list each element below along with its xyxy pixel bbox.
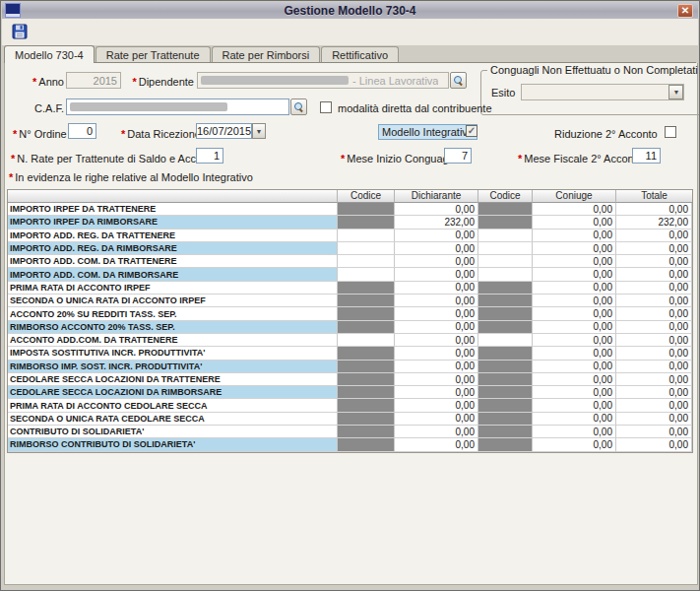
coniuge-value[interactable]: 0,00	[533, 307, 616, 320]
dichiarante-value[interactable]: 0,00	[395, 413, 478, 426]
codice-coniuge-cell[interactable]	[478, 347, 533, 360]
totale-value[interactable]: 0,00	[616, 413, 692, 426]
totale-value[interactable]: 0,00	[616, 399, 692, 412]
coniuge-value[interactable]: 0,00	[533, 295, 616, 307]
codice-coniuge-cell[interactable]	[478, 203, 533, 216]
dichiarante-value[interactable]: 0,00	[395, 242, 478, 255]
caf-search-button[interactable]	[290, 98, 307, 115]
totale-value[interactable]: 0,00	[616, 242, 692, 255]
dichiarante-value[interactable]: 0,00	[395, 399, 478, 412]
coniuge-value[interactable]: 0,00	[533, 347, 616, 360]
dichiarante-value[interactable]: 0,00	[395, 295, 478, 307]
codice-dichiarante-cell[interactable]	[338, 399, 395, 412]
coniuge-value[interactable]: 0,00	[533, 282, 616, 295]
totale-value[interactable]: 0,00	[616, 268, 692, 281]
coniuge-value[interactable]: 0,00	[533, 255, 616, 268]
codice-dichiarante-cell[interactable]	[338, 438, 395, 451]
coniuge-value[interactable]: 0,00	[533, 438, 616, 451]
dichiarante-value[interactable]: 0,00	[395, 321, 478, 334]
codice-dichiarante-cell[interactable]	[338, 386, 395, 399]
close-icon[interactable]: ✕	[677, 4, 693, 18]
codice-coniuge-cell[interactable]	[478, 255, 533, 268]
modello-integrativo-checkbox[interactable]: ✓	[466, 125, 477, 137]
codice-dichiarante-cell[interactable]	[338, 347, 395, 360]
codice-coniuge-cell[interactable]	[478, 361, 533, 373]
dichiarante-value[interactable]: 0,00	[395, 230, 478, 242]
coniuge-value[interactable]: 0,00	[533, 321, 616, 334]
coniuge-value[interactable]: 0,00	[533, 361, 616, 373]
coniuge-value[interactable]: 0,00	[533, 216, 616, 229]
coniuge-value[interactable]: 0,00	[533, 242, 616, 255]
codice-dichiarante-cell[interactable]	[338, 216, 395, 229]
dichiarante-value[interactable]: 0,00	[395, 203, 478, 216]
dichiarante-value[interactable]: 232,00	[395, 216, 478, 229]
dichiarante-value[interactable]: 0,00	[395, 361, 478, 373]
totale-value[interactable]: 0,00	[616, 203, 692, 216]
chevron-down-icon[interactable]: ▼	[668, 85, 683, 99]
codice-coniuge-cell[interactable]	[478, 307, 533, 320]
coniuge-value[interactable]: 0,00	[533, 413, 616, 426]
codice-dichiarante-cell[interactable]	[338, 268, 395, 281]
dipendente-field[interactable]: - Linea Lavorativa	[197, 72, 449, 89]
dichiarante-value[interactable]: 0,00	[395, 386, 478, 399]
caf-field[interactable]	[66, 98, 289, 115]
dichiarante-value[interactable]: 0,00	[395, 347, 478, 360]
totale-value[interactable]: 0,00	[616, 282, 692, 295]
coniuge-value[interactable]: 0,00	[533, 230, 616, 242]
totale-value[interactable]: 0,00	[616, 295, 692, 307]
totale-value[interactable]: 0,00	[616, 347, 692, 360]
codice-dichiarante-cell[interactable]	[338, 282, 395, 295]
totale-value[interactable]: 0,00	[616, 426, 692, 438]
date-picker-chevron-icon[interactable]: ▼	[252, 123, 266, 139]
codice-dichiarante-cell[interactable]	[338, 413, 395, 426]
tab-rate-per-rimborsi[interactable]: Rate per Rimborsi	[212, 46, 321, 62]
codice-coniuge-cell[interactable]	[478, 321, 533, 334]
data-ricezione-field[interactable]: 16/07/2015	[196, 123, 252, 139]
totale-value[interactable]: 0,00	[616, 334, 692, 347]
dichiarante-value[interactable]: 0,00	[395, 307, 478, 320]
dipendente-search-button[interactable]	[450, 72, 467, 89]
totale-value[interactable]: 0,00	[616, 255, 692, 268]
codice-dichiarante-cell[interactable]	[338, 373, 395, 386]
dichiarante-value[interactable]: 0,00	[395, 426, 478, 438]
codice-coniuge-cell[interactable]	[478, 282, 533, 295]
riduzione-acconto-checkbox[interactable]	[665, 126, 676, 138]
esito-dropdown[interactable]: ▼	[521, 84, 684, 100]
totale-value[interactable]: 0,00	[616, 438, 692, 451]
codice-coniuge-cell[interactable]	[478, 399, 533, 412]
totale-value[interactable]: 0,00	[616, 386, 692, 399]
codice-coniuge-cell[interactable]	[478, 426, 533, 438]
dichiarante-value[interactable]: 0,00	[395, 282, 478, 295]
totale-value[interactable]: 0,00	[616, 361, 692, 373]
totale-value[interactable]: 0,00	[616, 307, 692, 320]
codice-dichiarante-cell[interactable]	[338, 321, 395, 334]
mese-inizio-field[interactable]: 7	[444, 148, 472, 164]
codice-dichiarante-cell[interactable]	[338, 426, 395, 438]
coniuge-value[interactable]: 0,00	[533, 334, 616, 347]
codice-coniuge-cell[interactable]	[478, 386, 533, 399]
modalita-diretta-checkbox[interactable]	[320, 101, 332, 113]
n-ordine-field[interactable]: 0	[68, 123, 96, 139]
coniuge-value[interactable]: 0,00	[533, 203, 616, 216]
totale-value[interactable]: 0,00	[616, 321, 692, 334]
coniuge-value[interactable]: 0,00	[533, 386, 616, 399]
codice-dichiarante-cell[interactable]	[338, 307, 395, 320]
coniuge-value[interactable]: 0,00	[533, 426, 616, 438]
dichiarante-value[interactable]: 0,00	[395, 373, 478, 386]
totale-value[interactable]: 0,00	[616, 373, 692, 386]
tab-modello-730-4[interactable]: Modello 730-4	[4, 45, 95, 63]
dichiarante-value[interactable]: 0,00	[395, 438, 478, 451]
coniuge-value[interactable]: 0,00	[533, 373, 616, 386]
totale-value[interactable]: 0,00	[616, 230, 692, 242]
coniuge-value[interactable]: 0,00	[533, 268, 616, 281]
codice-coniuge-cell[interactable]	[478, 373, 533, 386]
codice-coniuge-cell[interactable]	[478, 242, 533, 255]
codice-dichiarante-cell[interactable]	[338, 230, 395, 242]
mese-fiscale-field[interactable]: 11	[632, 148, 661, 164]
codice-dichiarante-cell[interactable]	[338, 203, 395, 216]
codice-dichiarante-cell[interactable]	[338, 255, 395, 268]
codice-dichiarante-cell[interactable]	[338, 334, 395, 347]
totale-value[interactable]: 232,00	[616, 216, 692, 229]
n-rate-field[interactable]: 1	[196, 148, 223, 164]
codice-coniuge-cell[interactable]	[478, 413, 533, 426]
